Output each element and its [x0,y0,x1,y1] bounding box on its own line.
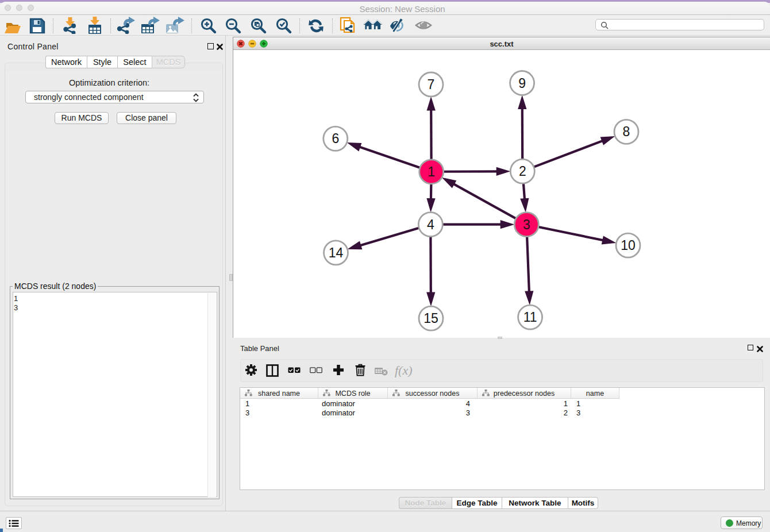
svg-text:10: 10 [621,238,636,253]
svg-text:6: 6 [332,131,339,146]
svg-text:9: 9 [518,76,526,91]
svg-text:7: 7 [428,77,435,92]
svg-text:15: 15 [424,311,438,326]
svg-text:3: 3 [523,217,530,232]
svg-text:11: 11 [523,310,537,325]
svg-text:8: 8 [623,124,630,139]
svg-text:1: 1 [428,164,435,179]
svg-text:2: 2 [519,164,526,179]
svg-text:14: 14 [329,245,344,260]
svg-text:4: 4 [427,217,434,232]
